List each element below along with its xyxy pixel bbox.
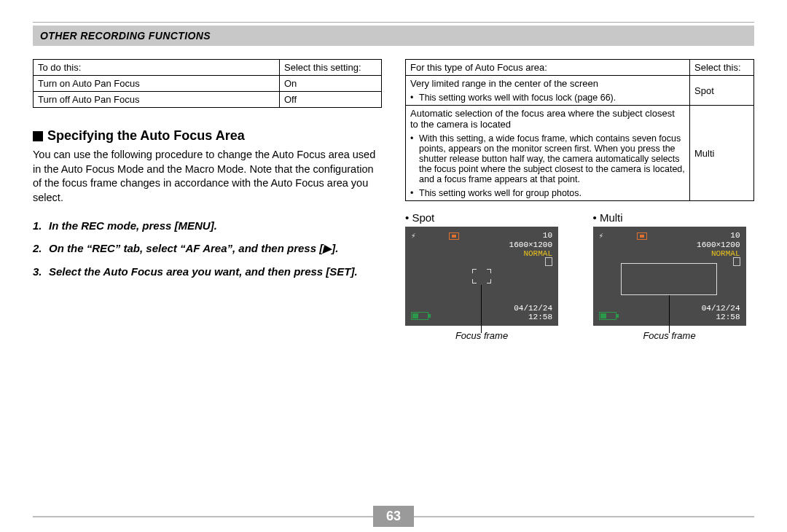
table-header: For this type of Auto Focus area:: [406, 60, 690, 76]
bullet-item: •This setting works well with focus lock…: [410, 93, 685, 103]
preview-multi: • Multi ⚡ 10 1600×1200 NORMAL: [593, 211, 755, 341]
lcd-datetime: 04/12/24 12:58: [514, 304, 552, 321]
left-column: To do this: Select this setting: Turn on…: [33, 59, 382, 341]
table-header-row: For this type of Auto Focus area: Select…: [406, 60, 754, 76]
bullet-item: •With this setting, a wide focus frame, …: [410, 133, 685, 184]
page-footer: 63: [33, 516, 754, 517]
table-cell: Very limited range in the center of the …: [406, 76, 690, 106]
lcd-screen: ⚡ 10 1600×1200 NORMAL 04/12/24 12:58: [593, 227, 746, 326]
table-row: Turn off Auto Pan Focus Off: [34, 92, 382, 108]
row-desc: Automatic selection of the focus area wh…: [410, 108, 675, 130]
callout-line: [481, 285, 482, 333]
table-header: To do this:: [34, 60, 280, 76]
lcd-status: 10 1600×1200 NORMAL: [509, 231, 552, 259]
lcd-datetime: 04/12/24 12:58: [702, 304, 740, 321]
step-number: 1.: [33, 219, 49, 232]
step-item: 2. On the “REC” tab, select “AF Area”, a…: [33, 242, 382, 255]
square-bullet-icon: [33, 131, 43, 141]
preview-label: • Spot: [405, 211, 567, 224]
step-number: 2.: [33, 242, 49, 255]
bullet-item: •This setting works well for group photo…: [410, 188, 685, 198]
table-cell: Automatic selection of the focus area wh…: [406, 106, 690, 201]
preview-spot: • Spot ⚡ 10 1600×1200 NORMAL: [405, 211, 567, 341]
bullet-text: With this setting, a wide focus frame, w…: [419, 133, 685, 184]
focus-frame-spot: [472, 269, 491, 283]
bullet-text: This setting works well for group photos…: [419, 188, 582, 198]
mode-icon: [449, 232, 459, 240]
table-cell: Turn on Auto Pan Focus: [34, 76, 280, 92]
section-banner: OTHER RECORDING FUNCTIONS: [33, 26, 754, 46]
flash-icon: ⚡: [599, 231, 604, 240]
callout-label: Focus frame: [593, 330, 746, 341]
mode-icon: [637, 232, 647, 240]
table-header: Select this setting:: [280, 60, 382, 76]
row-desc: Very limited range in the center of the …: [410, 78, 598, 89]
flash-icon: ⚡: [411, 231, 416, 240]
table-header: Select this:: [690, 60, 754, 76]
table-row: Automatic selection of the focus area wh…: [406, 106, 754, 201]
time: 12:58: [514, 313, 552, 321]
procedure-steps: 1. In the REC mode, press [MENU]. 2. On …: [33, 219, 382, 278]
bullet-text: This setting works well with focus lock …: [419, 93, 616, 103]
remaining-shots: 10: [697, 231, 740, 240]
callout-line: [669, 295, 670, 333]
card-icon: [733, 257, 740, 266]
heading-text: Specifying the Auto Focus Area: [47, 128, 245, 144]
battery-icon: [599, 312, 616, 320]
card-icon: [545, 257, 552, 266]
subsection-heading: Specifying the Auto Focus Area: [33, 128, 382, 144]
focus-frame-multi: [621, 263, 717, 295]
pan-focus-table: To do this: Select this setting: Turn on…: [33, 59, 382, 108]
remaining-shots: 10: [509, 231, 552, 240]
step-text: Select the Auto Focus area you want, and…: [49, 265, 358, 278]
page-number: 63: [373, 506, 414, 527]
table-row: Turn on Auto Pan Focus On: [34, 76, 382, 92]
lcd-screen: ⚡ 10 1600×1200 NORMAL: [405, 227, 558, 326]
step-text: On the “REC” tab, select “AF Area”, and …: [49, 242, 338, 255]
af-area-table: For this type of Auto Focus area: Select…: [405, 59, 754, 201]
callout-label: Focus frame: [405, 330, 558, 341]
table-cell: Spot: [690, 76, 754, 106]
lcd-status: 10 1600×1200 NORMAL: [697, 231, 740, 259]
resolution: 1600×1200: [509, 240, 552, 250]
date: 04/12/24: [514, 304, 552, 313]
table-cell: Multi: [690, 106, 754, 201]
step-number: 3.: [33, 265, 49, 278]
step-text: In the REC mode, press [MENU].: [49, 219, 217, 232]
resolution: 1600×1200: [697, 240, 740, 250]
date: 04/12/24: [702, 304, 740, 313]
table-row: Very limited range in the center of the …: [406, 76, 754, 106]
body-paragraph: You can use the following procedure to c…: [33, 148, 382, 205]
step-item: 1. In the REC mode, press [MENU].: [33, 219, 382, 232]
top-rule: [33, 22, 754, 23]
right-column: For this type of Auto Focus area: Select…: [405, 59, 754, 341]
battery-icon: [411, 312, 428, 320]
table-cell: Off: [280, 92, 382, 108]
two-column-layout: To do this: Select this setting: Turn on…: [33, 59, 754, 341]
table-header-row: To do this: Select this setting:: [34, 60, 382, 76]
step-item: 3. Select the Auto Focus area you want, …: [33, 265, 382, 278]
table-cell: On: [280, 76, 382, 92]
time: 12:58: [702, 313, 740, 321]
lcd-preview-row: • Spot ⚡ 10 1600×1200 NORMAL: [405, 211, 754, 341]
preview-label: • Multi: [593, 211, 755, 224]
table-cell: Turn off Auto Pan Focus: [34, 92, 280, 108]
manual-page: OTHER RECORDING FUNCTIONS To do this: Se…: [0, 0, 787, 341]
